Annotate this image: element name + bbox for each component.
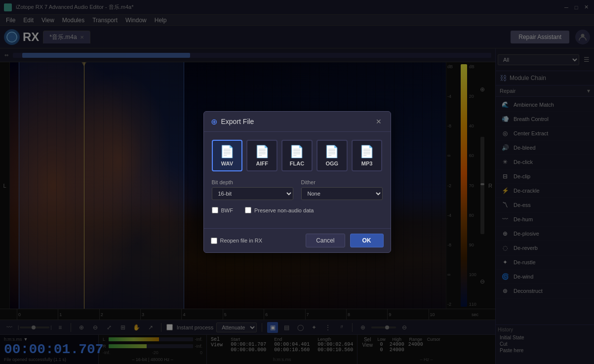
- mp3-label: MP3: [361, 161, 373, 166]
- reopen-checkbox-label[interactable]: Reopen file in RX: [211, 238, 301, 244]
- format-wav-btn[interactable]: 📄 WAV: [212, 140, 243, 171]
- wav-file-icon: 📄: [220, 145, 235, 159]
- dither-label: Dither: [301, 179, 383, 185]
- format-mp3-btn[interactable]: 📄 MP3: [352, 140, 383, 171]
- dialog-close-button[interactable]: ✕: [374, 117, 384, 126]
- preserve-checkbox-label[interactable]: Preserve non-audio data: [245, 207, 314, 213]
- ok-button[interactable]: OK: [350, 234, 384, 247]
- ogg-file-icon: 📄: [324, 145, 339, 159]
- dialog-fields: Bit depth 16-bit 24-bit 32-bit float 64-…: [212, 179, 383, 200]
- mp3-file-icon: 📄: [359, 145, 374, 159]
- flac-file-icon: 📄: [289, 145, 304, 159]
- dialog-overlay: ⊕ Export File ✕ 📄 WAV 📄 AIFF 📄 FLAC: [0, 0, 594, 364]
- bwf-checkbox[interactable]: [212, 207, 218, 213]
- format-selector-row: 📄 WAV 📄 AIFF 📄 FLAC 📄 OGG 📄 MP3: [212, 140, 383, 171]
- format-ogg-btn[interactable]: 📄 OGG: [317, 140, 348, 171]
- aiff-file-icon: 📄: [255, 145, 270, 159]
- reopen-label: Reopen file in RX: [220, 238, 263, 243]
- cancel-button[interactable]: Cancel: [306, 234, 345, 247]
- flac-label: FLAC: [290, 161, 304, 166]
- bwf-checkbox-label[interactable]: BWF: [212, 207, 233, 213]
- export-dialog: ⊕ Export File ✕ 📄 WAV 📄 AIFF 📄 FLAC: [203, 111, 391, 253]
- dither-select[interactable]: None TPDF Noise-shaped: [301, 187, 383, 200]
- dialog-footer: Reopen file in RX Cancel OK: [204, 228, 391, 252]
- bit-depth-label: Bit depth: [212, 179, 293, 185]
- dialog-title: Export File: [221, 118, 370, 125]
- bit-depth-group: Bit depth 16-bit 24-bit 32-bit float 64-…: [212, 179, 293, 200]
- dialog-icon: ⊕: [211, 117, 217, 126]
- ogg-label: OGG: [325, 161, 338, 166]
- bwf-label: BWF: [221, 207, 233, 213]
- dialog-titlebar: ⊕ Export File ✕: [204, 112, 391, 132]
- wav-label: WAV: [221, 161, 233, 166]
- format-flac-btn[interactable]: 📄 FLAC: [281, 140, 313, 171]
- dither-group: Dither None TPDF Noise-shaped: [301, 179, 383, 200]
- preserve-label: Preserve non-audio data: [254, 207, 314, 213]
- aiff-label: AIFF: [256, 161, 268, 166]
- format-aiff-btn[interactable]: 📄 AIFF: [246, 140, 277, 171]
- bit-depth-select[interactable]: 16-bit 24-bit 32-bit float 64-bit float: [212, 187, 293, 200]
- reopen-checkbox[interactable]: [211, 238, 217, 244]
- dialog-body: 📄 WAV 📄 AIFF 📄 FLAC 📄 OGG 📄 MP3: [204, 132, 391, 228]
- checkbox-row: BWF Preserve non-audio data: [212, 207, 383, 213]
- preserve-checkbox[interactable]: [245, 207, 251, 213]
